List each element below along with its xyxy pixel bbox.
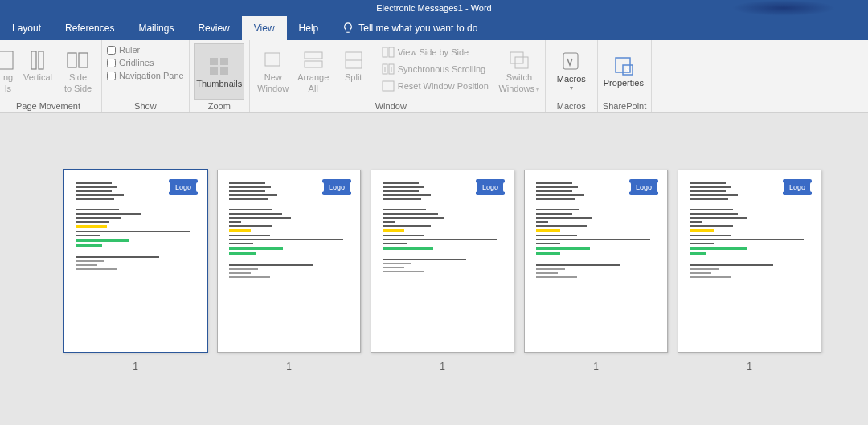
chevron-down-icon: ▾ [570, 85, 573, 92]
chevron-down-icon: ▾ [534, 86, 539, 93]
page-logo: Logo [629, 179, 658, 195]
split-icon [342, 50, 365, 71]
tell-me-text: Tell me what you want to do [358, 22, 477, 34]
page-logo: Logo [322, 179, 351, 195]
group-page-movement: ng ls Vertical Side to Side Page Movemen… [0, 40, 102, 112]
svg-rect-5 [79, 53, 88, 67]
page-preview: Logo [217, 170, 361, 353]
view-side-by-side[interactable]: View Side by Side [382, 44, 489, 60]
page-number: 1 [593, 361, 599, 372]
side-to-side-button[interactable]: Side to Side [59, 43, 96, 98]
thumbnail-1[interactable]: Logo 1 [63, 170, 207, 372]
tab-review[interactable]: Review [186, 16, 241, 40]
check-gridlines[interactable]: Gridlines [107, 58, 184, 67]
svg-rect-11 [305, 52, 322, 59]
synchronous-scrolling[interactable]: Synchronous Scrolling [382, 61, 489, 77]
tab-references[interactable]: References [53, 16, 126, 40]
svg-rect-10 [265, 53, 280, 66]
svg-rect-9 [220, 67, 228, 75]
macros-icon [560, 51, 583, 72]
window-small-options: View Side by Side Synchronous Scrolling … [382, 43, 489, 94]
thumbnails-icon [208, 56, 231, 77]
svg-rect-6 [210, 58, 218, 65]
page-number: 1 [133, 361, 138, 372]
svg-rect-21 [515, 57, 528, 68]
macros-button[interactable]: Macros ▾ [551, 43, 592, 98]
arrange-all-button[interactable]: Arrange All [295, 43, 332, 98]
page-number: 1 [747, 361, 752, 372]
group-label-zoom: Zoom [194, 101, 244, 112]
titlebar-smudge [731, 0, 836, 16]
svg-rect-1 [0, 51, 13, 69]
group-label-macros: Macros [551, 101, 592, 112]
thumbnails-button[interactable]: Thumbnails [194, 43, 244, 100]
properties-button[interactable]: S Properties [603, 43, 645, 98]
tab-help[interactable]: Help [287, 16, 331, 40]
group-label-page-movement: Page Movement [0, 101, 96, 112]
tab-layout[interactable]: Layout [0, 16, 53, 40]
workspace: Logo 1 [0, 113, 868, 425]
group-macros: Macros ▾ Macros [546, 40, 598, 112]
ribbon: ng ls Vertical Side to Side Page Movemen… [0, 40, 868, 113]
ruler-checkbox[interactable] [107, 46, 116, 55]
page-preview: Logo [371, 170, 514, 353]
sync-icon [382, 63, 395, 75]
page-logo: Logo [169, 179, 198, 195]
page-logo: Logo [783, 179, 812, 195]
page-preview: Logo [678, 170, 821, 353]
svg-rect-4 [68, 53, 76, 67]
group-label-show: Show [107, 101, 184, 112]
tab-view[interactable]: View [242, 16, 287, 40]
thumbnail-4[interactable]: Logo 1 [524, 170, 668, 372]
gridlines-checkbox[interactable] [107, 59, 116, 67]
svg-rect-22 [563, 53, 578, 69]
svg-text:S: S [625, 66, 629, 74]
svg-rect-15 [383, 47, 387, 57]
check-navpane[interactable]: Navigation Pane [107, 71, 184, 80]
svg-rect-16 [389, 47, 394, 57]
resetwin-icon [382, 80, 395, 92]
thumbnail-2[interactable]: Logo 1 [217, 170, 361, 372]
sidetoside-icon [67, 50, 89, 71]
reset-window-position[interactable]: Reset Window Position [382, 78, 489, 94]
switch-icon [508, 50, 530, 71]
sbs-icon [382, 47, 395, 58]
arrangeall-icon [302, 50, 325, 71]
split-button[interactable]: Split [335, 43, 372, 98]
group-label-sharepoint: SharePoint [603, 101, 646, 112]
group-sharepoint: S Properties SharePoint [598, 40, 652, 112]
group-window-opts: View Side by Side Synchronous Scrolling … [377, 40, 493, 112]
svg-rect-19 [383, 81, 394, 91]
tell-me[interactable]: Tell me what you want to do [330, 16, 489, 40]
cutoff-button: ng ls [0, 43, 16, 98]
switch-windows-button[interactable]: Switch Windows ▾ [498, 43, 540, 98]
svg-rect-8 [210, 67, 218, 75]
vertical-button[interactable]: Vertical [19, 43, 56, 98]
sharepoint-icon: S [612, 55, 635, 76]
page-number: 1 [286, 361, 292, 372]
tab-bar: Layout References Mailings Review View H… [0, 16, 868, 40]
group-label-window: Window [293, 101, 489, 112]
pages-icon [0, 50, 19, 71]
newwindow-icon [262, 50, 285, 71]
thumbnail-3[interactable]: Logo 1 [371, 170, 514, 372]
page-number: 1 [440, 361, 445, 372]
check-ruler[interactable]: Ruler [107, 45, 184, 55]
new-window-button[interactable]: New Window [255, 43, 292, 98]
svg-rect-12 [305, 61, 322, 67]
tab-mailings[interactable]: Mailings [126, 16, 186, 40]
group-switch: Switch Windows ▾ [493, 40, 546, 112]
thumbnail-5[interactable]: Logo 1 [678, 170, 821, 372]
page-preview: Logo [524, 170, 668, 353]
page-preview: Logo [63, 170, 207, 353]
svg-rect-3 [39, 51, 43, 69]
svg-rect-2 [31, 51, 36, 69]
page-logo: Logo [476, 179, 505, 195]
svg-rect-20 [510, 52, 523, 63]
title-bar: Electronic Messages1 - Word [0, 0, 868, 16]
group-zoom: Thumbnails Zoom [190, 40, 250, 112]
show-checks: Ruler Gridlines Navigation Pane [107, 43, 184, 80]
group-show: Ruler Gridlines Navigation Pane Show [102, 40, 190, 112]
lightbulb-icon [342, 22, 354, 34]
navpane-checkbox[interactable] [107, 72, 116, 80]
